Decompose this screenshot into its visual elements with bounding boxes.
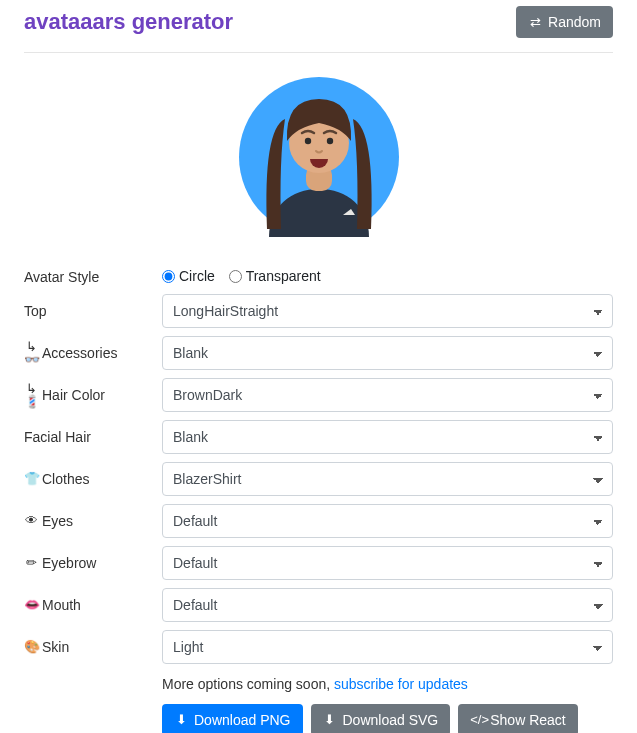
clothes-icon: 👕 xyxy=(24,472,38,485)
download-svg-button[interactable]: ⬇ Download SVG xyxy=(311,704,451,734)
code-icon: </> xyxy=(470,713,484,726)
avatar-preview xyxy=(24,69,613,248)
skin-icon: 🎨 xyxy=(24,640,38,653)
eyes-label: Eyes xyxy=(42,513,73,529)
accessories-label: Accessories xyxy=(42,345,117,361)
haircolor-select[interactable]: BrownDark xyxy=(162,378,613,412)
radio-circle-input[interactable] xyxy=(162,270,175,283)
header-row: avataaars generator ⇄ Random xyxy=(24,0,613,53)
radio-transparent-input[interactable] xyxy=(229,270,242,283)
page-title: avataaars generator xyxy=(24,9,233,35)
download-icon: ⬇ xyxy=(323,713,337,726)
show-react-button[interactable]: </> Show React xyxy=(458,704,577,734)
random-button[interactable]: ⇄ Random xyxy=(516,6,613,38)
svg-point-3 xyxy=(304,138,310,144)
more-options-text: More options coming soon, subscribe for … xyxy=(162,676,613,692)
skin-select[interactable]: Light xyxy=(162,630,613,664)
eyebrow-icon: ✏ xyxy=(24,556,38,569)
haircolor-icon: ↳ 💈 xyxy=(24,382,38,408)
random-icon: ⇄ xyxy=(528,16,542,29)
download-png-button[interactable]: ⬇ Download PNG xyxy=(162,704,303,734)
accessories-select[interactable]: Blank xyxy=(162,336,613,370)
haircolor-label: Hair Color xyxy=(42,387,105,403)
mouth-label: Mouth xyxy=(42,597,81,613)
download-icon: ⬇ xyxy=(174,713,188,726)
skin-label: Skin xyxy=(42,639,69,655)
svg-point-4 xyxy=(326,138,332,144)
eyebrow-label: Eyebrow xyxy=(42,555,96,571)
top-label: Top xyxy=(24,303,47,319)
facialhair-select[interactable]: Blank xyxy=(162,420,613,454)
clothes-select[interactable]: BlazerShirt xyxy=(162,462,613,496)
mouth-select[interactable]: Default xyxy=(162,588,613,622)
eyes-select[interactable]: Default xyxy=(162,504,613,538)
eyebrow-select[interactable]: Default xyxy=(162,546,613,580)
accessories-icon: ↳ 👓 xyxy=(24,340,38,366)
avatar-style-label: Avatar Style xyxy=(24,269,162,285)
clothes-label: Clothes xyxy=(42,471,89,487)
eyes-icon: 👁 xyxy=(24,514,38,527)
facialhair-label: Facial Hair xyxy=(24,429,91,445)
radio-transparent[interactable]: Transparent xyxy=(229,268,321,284)
mouth-icon: 👄 xyxy=(24,598,38,611)
subscribe-link[interactable]: subscribe for updates xyxy=(334,676,468,692)
radio-circle[interactable]: Circle xyxy=(162,268,215,284)
top-select[interactable]: LongHairStraight xyxy=(162,294,613,328)
avatar-image xyxy=(239,69,399,245)
